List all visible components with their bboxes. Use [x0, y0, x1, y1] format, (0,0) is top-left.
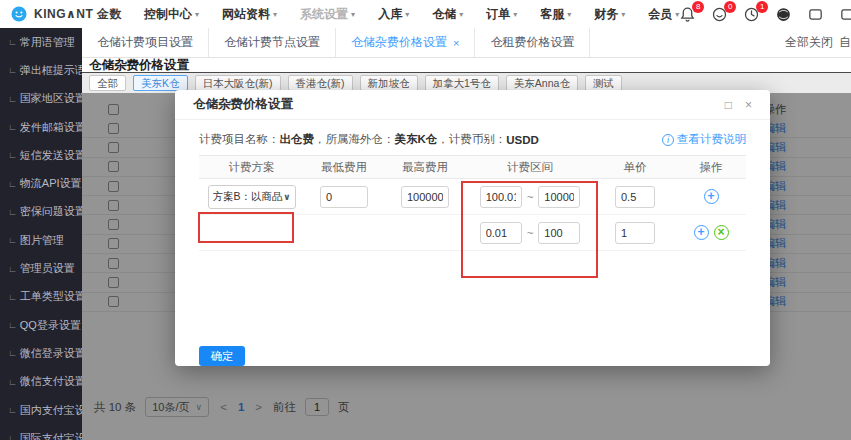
filter-canada-1[interactable]: 加拿大1号仓 — [425, 75, 499, 91]
filter-singapore[interactable]: 新加坡仓 — [360, 75, 418, 91]
globe-icon[interactable] — [775, 6, 792, 23]
tabbar-overflow-label[interactable]: 自 — [839, 34, 851, 51]
monitor-icon[interactable] — [839, 6, 851, 23]
nav-site-data[interactable]: 网站资料▾ — [222, 6, 277, 23]
warehouse-name: 美东K仓 — [395, 132, 438, 147]
close-tab-icon[interactable]: × — [453, 37, 459, 49]
tree-branch-icon: ∟ — [8, 150, 17, 160]
billing-scheme-select[interactable]: 方案B：以商品总重 ∨ — [208, 185, 296, 209]
range-to-input[interactable] — [538, 186, 580, 208]
col-scheme: 计费方案 — [199, 160, 304, 175]
sidebar-item-country-region[interactable]: ∟国家地区设置 — [0, 85, 82, 113]
tab-storage-fee-nodes[interactable]: 仓储计费节点设置 — [209, 28, 336, 57]
tab-storage-misc-fee-price[interactable]: 仓储杂费价格设置× — [336, 28, 475, 57]
fee-item-info: 计费项目名称：出仓费，所属海外仓：美东K仓，计费币别：USDD i 查看计费说明 — [199, 120, 746, 147]
filter-all[interactable]: 全部 — [89, 75, 126, 91]
confirm-button[interactable]: 确定 — [199, 346, 245, 366]
filter-osaka-new[interactable]: 日本大阪仓(新) — [195, 75, 281, 91]
max-fee-input[interactable] — [401, 186, 449, 208]
sidebar-item-ticket-type[interactable]: ∟工单类型设置 — [0, 283, 82, 311]
sidebar-item-qq-login[interactable]: ∟QQ登录设置 — [0, 311, 82, 339]
sidebar-item-popup-tips[interactable]: ∟弹出框提示语管理 — [0, 56, 82, 84]
nav-system-settings[interactable]: 系统设置▾ — [300, 6, 355, 23]
chevron-down-icon: ▾ — [195, 10, 199, 19]
sidebar-item-logistics-api[interactable]: ∟物流API设置 — [0, 169, 82, 197]
nav-members[interactable]: 会员▾ — [648, 6, 679, 23]
maximize-icon[interactable]: □ — [725, 98, 732, 112]
filter-us-east-k[interactable]: 美东K仓 — [133, 75, 188, 91]
tree-branch-icon: ∟ — [8, 179, 17, 189]
sidebar-item-common-phrases[interactable]: ∟常用语管理 — [0, 28, 82, 56]
tab-storage-fee-items[interactable]: 仓储计费项目设置 — [82, 28, 209, 57]
nav-customer-service[interactable]: 客服▾ — [540, 6, 571, 23]
clock-icon[interactable]: 1 — [743, 6, 760, 23]
min-fee-input[interactable] — [320, 186, 368, 208]
range-from-input[interactable] — [480, 186, 522, 208]
col-min-fee: 最低费用 — [304, 160, 384, 175]
currency-code: USDD — [506, 134, 539, 146]
message-icon[interactable]: 0 — [711, 6, 728, 23]
unit-price-input[interactable] — [615, 222, 655, 244]
range-from-input[interactable] — [480, 222, 522, 244]
range-to-input[interactable] — [538, 222, 580, 244]
add-range-icon[interactable]: + — [704, 189, 719, 204]
sidebar-item-wechat-pay[interactable]: ∟微信支付设置 — [0, 368, 82, 396]
chevron-down-icon: ▾ — [405, 10, 409, 19]
close-all-tabs-button[interactable]: 全部关闭 — [785, 34, 833, 51]
info-icon: i — [662, 134, 674, 146]
sidebar-item-wechat-login[interactable]: ∟微信登录设置 — [0, 339, 82, 367]
view-billing-help-link[interactable]: i 查看计费说明 — [662, 132, 746, 147]
dialog-window-controls: □ × — [725, 98, 752, 112]
clock-badge: 1 — [756, 1, 768, 13]
fee-row-1: 方案B：以商品总重 ∨ ~ + — [199, 179, 746, 215]
sidebar-item-sender-mailbox[interactable]: ∟发件邮箱设置 — [0, 113, 82, 141]
nav-storage[interactable]: 仓储▾ — [432, 6, 463, 23]
remove-range-icon[interactable]: × — [714, 225, 729, 240]
brand-logo[interactable]: KING∧NT 金数 — [10, 5, 122, 23]
brand-logo-icon — [10, 5, 28, 23]
tree-branch-icon: ∟ — [8, 207, 17, 217]
col-actions: 操作 — [676, 160, 746, 175]
page-title: 仓储杂费价格设置 — [82, 58, 851, 73]
tree-branch-icon: ∟ — [8, 320, 17, 330]
tree-branch-icon: ∟ — [8, 405, 17, 415]
sidebar-item-sms[interactable]: ∟短信发送设置 — [0, 141, 82, 169]
tree-branch-icon: ∟ — [8, 37, 17, 47]
chevron-down-icon: ▾ — [567, 10, 571, 19]
tab-bar: 仓储计费项目设置 仓储计费节点设置 仓储杂费价格设置× 仓租费价格设置 全部关闭… — [82, 28, 851, 58]
nav-orders[interactable]: 订单▾ — [486, 6, 517, 23]
nav-control-center[interactable]: 控制中心▾ — [144, 6, 199, 23]
nav-inbound[interactable]: 入库▾ — [378, 6, 409, 23]
sidebar-item-admin-settings[interactable]: ∟管理员设置 — [0, 254, 82, 282]
chevron-down-icon: ▾ — [351, 10, 355, 19]
notification-bell-icon[interactable]: 8 — [679, 6, 696, 23]
sidebar-item-intl-alipay[interactable]: ∟国际支付宝设置 — [0, 424, 82, 440]
tree-branch-icon: ∟ — [8, 94, 17, 104]
main-menu: 控制中心▾ 网站资料▾ 系统设置▾ 入库▾ 仓储▾ 订单▾ 客服▾ 财务▾ 会员… — [144, 6, 679, 23]
range-separator: ~ — [527, 227, 534, 239]
chevron-down-icon: ▾ — [513, 10, 517, 19]
sidebar-item-image-manage[interactable]: ∟图片管理 — [0, 226, 82, 254]
tree-branch-icon: ∟ — [8, 292, 17, 302]
filter-hongkong-new[interactable]: 香港仓(新) — [288, 75, 353, 91]
fee-item-name: 出仓费 — [280, 132, 315, 147]
filter-us-east-anna[interactable]: 美东Anna仓 — [506, 75, 578, 91]
tab-storage-rent-price[interactable]: 仓租费价格设置 — [475, 28, 590, 57]
unit-price-input[interactable] — [615, 186, 655, 208]
tree-branch-icon: ∟ — [8, 122, 17, 132]
close-icon[interactable]: × — [745, 98, 752, 112]
col-unit-price: 单价 — [594, 160, 676, 175]
chevron-down-icon: ▾ — [621, 10, 625, 19]
tabbar-actions: 全部关闭 自 — [785, 28, 851, 57]
add-range-icon[interactable]: + — [694, 225, 709, 240]
sidebar-item-security-question[interactable]: ∟密保问题设置 — [0, 198, 82, 226]
tree-branch-icon: ∟ — [8, 433, 17, 440]
filter-test[interactable]: 测试 — [585, 75, 622, 91]
col-max-fee: 最高费用 — [384, 160, 466, 175]
app-window: KING∧NT 金数 控制中心▾ 网站资料▾ 系统设置▾ 入库▾ 仓储▾ 订单▾… — [0, 0, 851, 440]
dialog-title: 仓储杂费价格设置 — [193, 96, 293, 113]
sidebar-item-domestic-alipay[interactable]: ∟国内支付宝设置 — [0, 396, 82, 424]
tree-branch-icon: ∟ — [8, 235, 17, 245]
nav-finance[interactable]: 财务▾ — [594, 6, 625, 23]
monitor-icon[interactable] — [807, 6, 824, 23]
